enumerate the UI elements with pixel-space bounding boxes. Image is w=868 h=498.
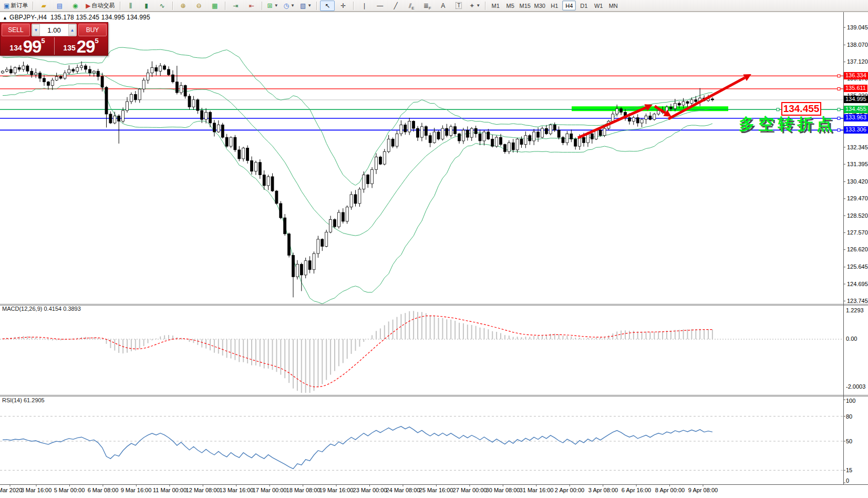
cursor-button[interactable]: ↖ bbox=[320, 1, 335, 11]
volume-decrease-button[interactable]: ▼ bbox=[32, 24, 40, 36]
pivot-note-text[interactable]: 多空转折点 bbox=[739, 114, 836, 135]
price-tick-label: 124.695 bbox=[847, 281, 868, 287]
time-tick-label: 27 Mar 00:00 bbox=[453, 487, 487, 493]
trend-arrow[interactable] bbox=[668, 78, 745, 119]
dropdown-arrow-icon[interactable]: ▼ bbox=[274, 3, 278, 8]
time-tick-label: 19 Mar 16:00 bbox=[319, 487, 354, 493]
text-label-button[interactable]: T bbox=[451, 1, 466, 11]
deposit-button[interactable]: ▰ bbox=[36, 1, 51, 11]
time-tick-label: 31 Mar 16:00 bbox=[520, 487, 554, 493]
line-chart-button[interactable]: ∿ bbox=[155, 1, 170, 11]
deposit-icon: ▰ bbox=[42, 3, 46, 9]
arrows-button[interactable]: ✦▼ bbox=[467, 1, 482, 11]
ohlc-open: 135.178 bbox=[50, 14, 74, 21]
timeframe-h1-button[interactable]: H1 bbox=[547, 1, 561, 11]
price-tick-label: 126.620 bbox=[847, 246, 868, 252]
timeframe-h4-button[interactable]: H4 bbox=[562, 1, 576, 11]
time-tick-label: 25 Mar 16:00 bbox=[419, 487, 453, 493]
timeframe-d1-button[interactable]: D1 bbox=[577, 1, 591, 11]
trend-arrow[interactable] bbox=[578, 108, 646, 138]
autotrading-button[interactable]: ▶自动交易 bbox=[84, 1, 117, 11]
crosshair-button[interactable]: ✛ bbox=[336, 1, 350, 11]
text-label-icon: T bbox=[456, 2, 462, 9]
toolbar-separator bbox=[172, 2, 173, 10]
dropdown-arrow-icon[interactable]: ▼ bbox=[307, 3, 312, 8]
sell-button[interactable]: SELL bbox=[2, 24, 30, 36]
price-tick-label: 123.745 bbox=[847, 298, 868, 304]
horizontal-line-button[interactable]: — bbox=[373, 1, 387, 11]
line-handle-icon[interactable] bbox=[838, 129, 840, 131]
line-handle-icon[interactable] bbox=[777, 108, 779, 111]
timeframe-w1-button[interactable]: W1 bbox=[592, 1, 605, 11]
sell-price[interactable]: 134 99 5 bbox=[1, 36, 54, 56]
time-tick-label: 23 Mar 00:00 bbox=[353, 487, 387, 493]
zoom-out-button[interactable]: ⊖ bbox=[192, 1, 206, 11]
timeframe-m15-button[interactable]: M15 bbox=[518, 1, 532, 11]
macd-histogram bbox=[3, 311, 712, 393]
ohlc-low: 134.995 bbox=[101, 14, 125, 21]
bar-chart-button[interactable]: ⫼ bbox=[123, 1, 138, 11]
time-tick-label: 18 Mar 08:00 bbox=[286, 487, 321, 493]
zoom-in-icon: ⊕ bbox=[181, 3, 186, 9]
price-badge: 134.455 bbox=[844, 106, 868, 113]
price-tick-label: 130.420 bbox=[847, 178, 868, 185]
line-handle-icon[interactable] bbox=[838, 117, 840, 119]
time-tick-label: 13 Mar 16:00 bbox=[220, 487, 254, 493]
volume-input[interactable] bbox=[40, 24, 68, 36]
trendline-button[interactable]: ╱ bbox=[388, 1, 403, 11]
periods-button[interactable]: ◷▼ bbox=[282, 1, 297, 11]
indicators-button[interactable]: ⊞▼ bbox=[265, 1, 281, 11]
equidistant-channel-button[interactable]: ⫽E bbox=[404, 1, 419, 11]
timeframe-m30-button[interactable]: M30 bbox=[533, 1, 546, 11]
macd-scale-top: 1.2293 bbox=[846, 307, 864, 313]
toolbar-separator bbox=[33, 2, 34, 10]
chart-canvas[interactable] bbox=[0, 0, 868, 498]
line-handle-icon[interactable] bbox=[838, 75, 840, 77]
timeframe-m5-button[interactable]: M5 bbox=[503, 1, 517, 11]
toolbar-separator bbox=[485, 2, 486, 10]
dropdown-arrow-icon[interactable]: ▼ bbox=[291, 3, 295, 8]
buy-button[interactable]: BUY bbox=[78, 24, 107, 36]
arrows-icon: ✦ bbox=[469, 3, 474, 9]
rsi-scale-label: 0 bbox=[846, 477, 849, 484]
price-badge: 135.611 bbox=[844, 85, 867, 92]
templates-button[interactable]: ▧▼ bbox=[298, 1, 314, 11]
auto-scroll-button[interactable]: ⇥ bbox=[229, 1, 243, 11]
ohlc-high: 135.245 bbox=[76, 14, 99, 21]
candlestick-chart-button[interactable]: ▮ bbox=[139, 1, 154, 11]
line-handle-icon[interactable] bbox=[838, 87, 840, 90]
line-handle-icon[interactable] bbox=[838, 108, 840, 111]
bar-chart-icon: ⫼ bbox=[129, 3, 132, 9]
time-tick-label: 8 Apr 00:00 bbox=[655, 487, 685, 493]
time-tick-label: 2 Apr 00:00 bbox=[555, 487, 584, 493]
signals-icon: ◉ bbox=[73, 3, 78, 9]
signals-button[interactable]: ◉ bbox=[68, 1, 82, 11]
rsi-scale-label: 15 bbox=[846, 467, 852, 473]
price-tick-label: 131.395 bbox=[847, 161, 868, 167]
volume-increase-button[interactable]: ▲ bbox=[68, 24, 76, 36]
timeframe-mn-button[interactable]: MN bbox=[606, 1, 620, 11]
text-button[interactable]: A bbox=[436, 1, 450, 11]
timeframe-m1-button[interactable]: M1 bbox=[489, 1, 502, 11]
buy-price[interactable]: 135 29 5 bbox=[54, 36, 108, 56]
chart-shift-icon: ⇤ bbox=[249, 3, 254, 9]
price-tick-label: 132.345 bbox=[847, 144, 868, 150]
ohlc-close: 134.995 bbox=[127, 14, 150, 21]
accounts-button[interactable]: ▤ bbox=[52, 1, 67, 11]
quote-divider bbox=[54, 37, 55, 55]
tile-windows-button[interactable]: ▦ bbox=[208, 1, 222, 11]
line-chart-icon: ∿ bbox=[160, 3, 165, 9]
text-icon: A bbox=[441, 3, 445, 9]
collapse-panel-icon[interactable]: ▲ bbox=[3, 15, 7, 21]
macd-scale-zero: 0.00 bbox=[846, 336, 857, 342]
new-order-button[interactable]: ▣新订单 bbox=[2, 1, 30, 11]
chart-shift-button[interactable]: ⇤ bbox=[244, 1, 259, 11]
fibonacci-button[interactable]: ≣F bbox=[420, 1, 435, 11]
dropdown-arrow-icon[interactable]: ▼ bbox=[476, 3, 480, 8]
vertical-line-button[interactable]: ∣ bbox=[357, 1, 371, 11]
time-tick-label: 30 Mar 08:00 bbox=[486, 487, 520, 493]
time-tick-label: 5 Mar 00:00 bbox=[54, 487, 85, 493]
fibonacci-icon: ≣ bbox=[423, 3, 429, 9]
price-tick-label: 127.570 bbox=[847, 229, 868, 236]
zoom-in-button[interactable]: ⊕ bbox=[176, 1, 191, 11]
